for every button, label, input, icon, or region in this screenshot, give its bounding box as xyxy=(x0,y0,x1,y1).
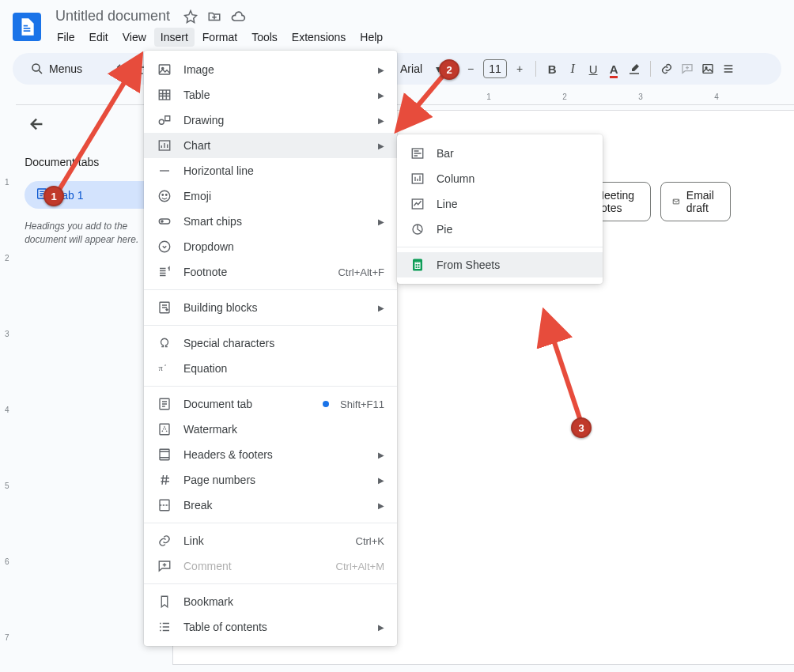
menu-format[interactable]: Format xyxy=(196,28,244,47)
menuitem-comment: CommentCtrl+Alt+M xyxy=(144,553,397,579)
menuitem-drawing[interactable]: Drawing▶ xyxy=(144,108,397,133)
add-comment-button[interactable] xyxy=(679,61,695,77)
menuitem-shortcut: Ctrl+K xyxy=(356,535,384,547)
menu-extensions[interactable]: Extensions xyxy=(285,28,352,47)
vertical-ruler[interactable]: 1 2 3 4 5 6 7 xyxy=(0,103,6,672)
submenuitem-pie[interactable]: Pie xyxy=(397,217,603,242)
search-menus-label: Menus xyxy=(49,62,82,75)
docs-logo[interactable] xyxy=(13,13,41,41)
menuitem-chart[interactable]: Chart▶ xyxy=(144,133,397,158)
menuitem-bookmark[interactable]: Bookmark xyxy=(144,589,397,614)
submenu-arrow-icon: ▶ xyxy=(378,142,384,150)
menuitem-label: Table xyxy=(183,89,367,101)
menu-tools[interactable]: Tools xyxy=(245,28,284,47)
menuitem-special-characters[interactable]: Special characters xyxy=(144,330,397,356)
menu-help[interactable]: Help xyxy=(354,28,389,47)
menu-view[interactable]: View xyxy=(116,28,153,47)
svg-point-16 xyxy=(159,241,170,252)
submenu-arrow-icon: ▶ xyxy=(378,91,384,100)
search-menus-button[interactable]: Menus xyxy=(21,57,92,81)
ruler-mark: 4 xyxy=(714,92,719,101)
italic-button[interactable]: I xyxy=(565,61,580,77)
menuitem-building-blocks[interactable]: Building blocks▶ xyxy=(144,295,397,320)
image-icon xyxy=(157,62,172,77)
svg-point-13 xyxy=(166,194,168,196)
header: Untitled document FileEditViewInsertForm… xyxy=(0,0,794,47)
menuitem-shortcut: Ctrl+Alt+M xyxy=(336,561,384,572)
submenuitem-from-sheets[interactable]: From Sheets xyxy=(397,252,603,277)
cloud-status-icon[interactable] xyxy=(230,9,246,25)
underline-button[interactable]: U xyxy=(585,61,601,77)
menuitem-label: Table of contents xyxy=(183,621,367,633)
svg-text:²: ² xyxy=(164,364,166,368)
drawing-icon xyxy=(157,112,172,128)
menuitem-label: Document tab xyxy=(183,398,305,410)
doc-title[interactable]: Untitled document xyxy=(51,6,175,26)
font-size-increase-button[interactable]: + xyxy=(512,61,527,77)
comment-icon xyxy=(157,558,172,574)
star-icon[interactable] xyxy=(183,9,198,25)
bookmark-icon xyxy=(157,594,172,610)
submenuitem-line[interactable]: Line xyxy=(397,191,603,217)
menuitem-link[interactable]: LinkCtrl+K xyxy=(144,528,397,553)
svg-point-11 xyxy=(159,191,170,202)
sheets-icon xyxy=(410,257,425,273)
insert-image-button[interactable] xyxy=(700,61,716,77)
annotation-1: 1 xyxy=(43,186,64,206)
menuitem-label: Dropdown xyxy=(183,240,384,253)
svg-rect-6 xyxy=(159,65,170,74)
menuitem-emoji[interactable]: Emoji xyxy=(144,183,397,209)
menuitem-table-of-contents[interactable]: Table of contents▶ xyxy=(144,614,397,640)
svg-point-15 xyxy=(161,221,163,222)
submenu-arrow-icon: ▶ xyxy=(378,217,384,226)
submenu-arrow-icon: ▶ xyxy=(378,623,384,632)
svg-rect-1 xyxy=(703,65,713,74)
svg-rect-8 xyxy=(159,90,170,100)
vruler-mark: 5 xyxy=(5,481,9,490)
menuitem-headers-footers[interactable]: Headers & footers▶ xyxy=(144,442,397,467)
insert-link-button[interactable] xyxy=(659,61,675,77)
menuitem-break[interactable]: Break▶ xyxy=(144,493,397,518)
submenu-arrow-icon: ▶ xyxy=(378,451,384,459)
menuitem-label: Bookmark xyxy=(183,595,384,608)
highlight-color-button[interactable] xyxy=(626,61,642,77)
toc-icon xyxy=(157,619,172,635)
menuitem-label: Image xyxy=(183,63,367,76)
submenuitem-column[interactable]: Column xyxy=(397,166,603,191)
menuitem-image[interactable]: Image▶ xyxy=(144,57,397,82)
annotation-2: 2 xyxy=(439,59,459,80)
doctab-icon xyxy=(157,396,172,412)
menuitem-equation[interactable]: π²Equation xyxy=(144,356,397,381)
submenuitem-bar[interactable]: Bar xyxy=(397,141,603,166)
bold-button[interactable]: B xyxy=(544,61,560,77)
font-size-input[interactable]: 11 xyxy=(483,59,507,78)
svg-point-9 xyxy=(159,119,164,124)
undo-icon[interactable] xyxy=(114,61,130,77)
move-icon[interactable] xyxy=(206,9,222,25)
hash-icon xyxy=(157,472,172,488)
chips-icon xyxy=(157,213,172,229)
menuitem-page-numbers[interactable]: Page numbers▶ xyxy=(144,467,397,493)
toolbar-overflow-icon[interactable] xyxy=(720,61,736,77)
font-family-selector[interactable]: Arial xyxy=(397,62,425,75)
menu-file[interactable]: File xyxy=(51,28,81,47)
svg-point-12 xyxy=(162,194,164,196)
link-icon xyxy=(157,533,172,549)
text-color-button[interactable]: A xyxy=(606,61,622,77)
app-root: Untitled document FileEditViewInsertForm… xyxy=(0,0,794,672)
back-arrow-icon[interactable] xyxy=(25,115,50,137)
menu-insert[interactable]: Insert xyxy=(154,28,195,47)
menuitem-smart-chips[interactable]: Smart chips▶ xyxy=(144,209,397,234)
menuitem-watermark[interactable]: Watermark xyxy=(144,417,397,442)
menuitem-table[interactable]: Table▶ xyxy=(144,82,397,108)
svg-point-0 xyxy=(32,64,40,71)
menuitem-dropdown[interactable]: Dropdown xyxy=(144,234,397,259)
menuitem-document-tab[interactable]: Document tabShift+F11 xyxy=(144,391,397,417)
menuitem-horizontal-line[interactable]: Horizontal line xyxy=(144,158,397,183)
font-size-decrease-button[interactable]: − xyxy=(463,61,478,77)
email-draft-chip[interactable]: Email draft xyxy=(660,182,731,221)
menuitem-footnote[interactable]: FootnoteCtrl+Alt+F xyxy=(144,259,397,285)
menu-edit[interactable]: Edit xyxy=(83,28,115,47)
annotation-3: 3 xyxy=(571,417,592,438)
pie-icon xyxy=(410,221,425,237)
